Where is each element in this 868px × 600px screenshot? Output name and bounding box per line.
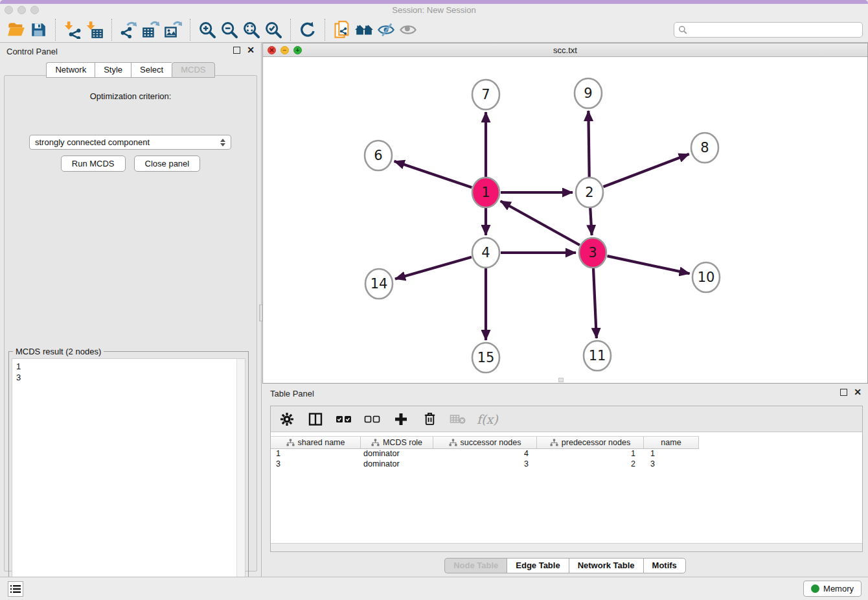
list-icon (10, 584, 21, 594)
table-hscroll-area[interactable] (271, 543, 862, 551)
graph-edge-1-6[interactable] (394, 161, 472, 187)
zoom-fit-icon[interactable] (240, 19, 262, 40)
graph-edge-2-9[interactable] (588, 111, 589, 177)
hide-eye-icon[interactable] (375, 19, 397, 40)
table-row[interactable]: 1 dominator 4 1 1 (271, 449, 699, 459)
column-header-predecessor-nodes[interactable]: predecessor nodes (537, 437, 644, 448)
search-input[interactable] (690, 25, 858, 34)
cell-shared-name[interactable]: 1 (271, 449, 361, 459)
table-row[interactable]: 3 dominator 3 2 3 (271, 459, 699, 470)
gear-icon[interactable] (277, 410, 297, 429)
memory-status-icon (811, 584, 819, 593)
optimization-criterion-label: Optimization criterion: (5, 91, 257, 101)
mcds-result-textarea[interactable]: 1 3 (12, 358, 246, 595)
toolbar-separator (111, 19, 112, 41)
control-panel-title: Control Panel (6, 47, 58, 56)
open-session-icon[interactable] (5, 19, 27, 40)
result-scrollbar[interactable] (236, 359, 245, 594)
run-mcds-button[interactable]: Run MCDS (61, 156, 126, 172)
node-table-container: f(x) shared name MCDS role successor nod… (270, 406, 863, 552)
cell-predecessor-nodes[interactable]: 1 (537, 449, 644, 459)
delete-table-icon[interactable] (448, 410, 468, 429)
cell-shared-name[interactable]: 3 (271, 459, 361, 470)
close-table-panel-icon[interactable]: ✕ (854, 389, 862, 396)
zoom-out-icon[interactable] (218, 19, 240, 40)
mcds-tab-panel: Optimization criterion: strongly connect… (4, 75, 257, 571)
duplicate-network-icon[interactable] (331, 19, 353, 40)
graph-node-label-7: 7 (481, 87, 490, 102)
toolbar-separator (55, 19, 56, 41)
import-table-icon[interactable] (84, 19, 106, 40)
tab-motifs[interactable]: Motifs (643, 558, 686, 573)
home-networks-icon[interactable] (353, 19, 375, 40)
cell-name[interactable]: 3 (644, 459, 699, 470)
zoom-selected-icon[interactable] (262, 19, 284, 40)
show-eye-icon[interactable] (397, 19, 419, 40)
memory-button[interactable]: Memory (803, 581, 862, 597)
graph-node-label-8: 8 (700, 140, 709, 156)
import-network-icon[interactable] (62, 19, 84, 40)
graph-node-label-15: 15 (477, 350, 495, 365)
float-panel-icon[interactable] (233, 47, 240, 54)
close-panel-icon[interactable]: ✕ (247, 47, 255, 54)
tab-network-table[interactable]: Network Table (569, 558, 643, 573)
split-columns-icon[interactable] (306, 410, 325, 429)
search-field[interactable] (674, 22, 863, 38)
function-builder-icon[interactable]: f(x) (477, 412, 498, 426)
main-toolbar (0, 17, 868, 43)
export-image-icon[interactable] (162, 19, 184, 40)
float-table-panel-icon[interactable] (840, 389, 847, 396)
table-panel: Table Panel ✕ (262, 384, 868, 577)
task-history-button[interactable] (8, 581, 23, 597)
clear-all-checks-icon[interactable] (363, 410, 382, 429)
table-toolbar: f(x) (271, 406, 862, 432)
network-graph[interactable]: 7968124314101511 (263, 57, 867, 383)
export-network-icon[interactable] (118, 19, 140, 40)
table-header-row: shared name MCDS role successor nodes pr… (271, 436, 699, 449)
graph-edge-4-14[interactable] (395, 257, 472, 279)
zoom-in-icon[interactable] (196, 19, 218, 40)
graph-edge-2-3[interactable] (590, 208, 591, 235)
mcds-result-line: 1 (16, 361, 241, 372)
canvas-splitter-grip[interactable] (558, 378, 564, 382)
cell-name[interactable]: 1 (644, 449, 699, 459)
tab-select[interactable]: Select (131, 62, 172, 78)
cell-successor-nodes[interactable]: 4 (433, 449, 537, 459)
graph-edge-3-10[interactable] (607, 256, 689, 273)
mcds-result-line: 3 (16, 372, 241, 383)
column-header-mcds-role[interactable]: MCDS role (361, 437, 433, 448)
toolbar-separator (290, 19, 291, 41)
export-table-icon[interactable] (140, 19, 162, 40)
graph-edge-3-11[interactable] (593, 268, 597, 338)
tab-style[interactable]: Style (95, 62, 131, 78)
column-header-shared-name[interactable]: shared name (271, 437, 361, 448)
dropdown-stepper-icon (220, 139, 225, 146)
graph-node-label-14: 14 (371, 276, 388, 292)
network-window-titlebar[interactable]: ✕ − + scc.txt (263, 43, 867, 57)
control-panel: Control Panel ✕ Network Style Select MCD… (0, 43, 262, 577)
graph-node-label-3: 3 (588, 245, 597, 260)
tab-network[interactable]: Network (46, 62, 95, 78)
cell-predecessor-nodes[interactable]: 2 (537, 459, 644, 470)
graph-node-label-11: 11 (589, 348, 606, 363)
graph-edge-2-8[interactable] (603, 154, 689, 187)
cell-successor-nodes[interactable]: 3 (433, 459, 537, 470)
column-header-successor-nodes[interactable]: successor nodes (433, 437, 537, 448)
column-header-name[interactable]: name (644, 437, 699, 448)
refresh-icon[interactable] (297, 19, 319, 40)
tab-node-table[interactable]: Node Table (444, 558, 507, 573)
graph-edge-3-1[interactable] (501, 201, 580, 245)
delete-row-icon[interactable] (420, 410, 439, 429)
add-row-icon[interactable] (391, 410, 411, 429)
criterion-dropdown[interactable]: strongly connected component (29, 135, 231, 150)
cell-mcds-role[interactable]: dominator (361, 459, 433, 470)
close-panel-button[interactable]: Close panel (134, 156, 201, 172)
tab-mcds[interactable]: MCDS (172, 62, 214, 78)
mcds-result-group: MCDS result (2 nodes) 1 3 (8, 351, 249, 598)
cell-mcds-role[interactable]: dominator (361, 449, 433, 459)
save-session-icon[interactable] (27, 19, 49, 40)
network-title: scc.txt (263, 45, 867, 55)
select-all-checks-icon[interactable] (334, 410, 354, 429)
tab-edge-table[interactable]: Edge Table (507, 558, 568, 573)
network-canvas[interactable]: 7968124314101511 (263, 57, 867, 383)
